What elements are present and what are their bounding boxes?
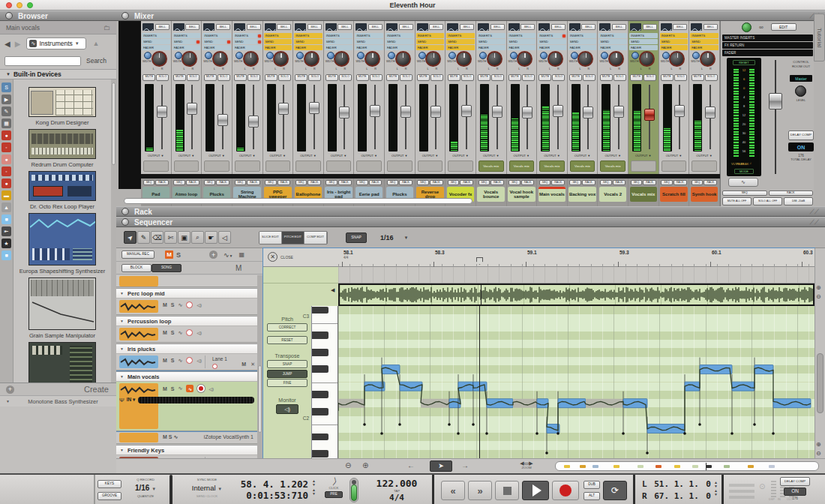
- browser-location-bar[interactable]: Main vocals 🗀: [0, 21, 116, 34]
- output-bus-box[interactable]: [448, 160, 473, 172]
- width-knob[interactable]: [388, 52, 395, 59]
- click-level-fader[interactable]: [350, 478, 358, 502]
- mute-indicator[interactable]: M: [165, 250, 173, 259]
- send-row[interactable]: SEND: [386, 39, 414, 44]
- seq-focus-button[interactable]: SEQ: [631, 180, 642, 185]
- solo-button[interactable]: SOLO: [308, 74, 321, 81]
- bell-button[interactable]: BELL: [520, 24, 535, 30]
- inserts-row[interactable]: INSERTS: [568, 33, 597, 38]
- track-name-bar[interactable]: ▼Iris plucks: [116, 344, 258, 354]
- speaker-tool[interactable]: ◁: [218, 231, 231, 244]
- selection-tool[interactable]: ➤: [124, 231, 136, 244]
- solo-button[interactable]: SOLO: [552, 74, 565, 81]
- device-thumbnail[interactable]: [28, 87, 96, 117]
- output-label[interactable]: OUTPUT ▼: [202, 154, 231, 160]
- pan-knob[interactable]: [456, 51, 472, 67]
- send-row[interactable]: SEND: [355, 39, 383, 44]
- mute-button[interactable]: MUTE: [265, 74, 278, 81]
- mute-button[interactable]: MUTE: [386, 74, 399, 81]
- rack-focus-button[interactable]: RACK: [308, 180, 321, 185]
- mixer-collapse-button[interactable]: [122, 12, 129, 20]
- output-bus-box[interactable]: [356, 160, 382, 172]
- black-key[interactable]: [312, 349, 328, 356]
- browser-filter-icon[interactable]: ⇤: [2, 226, 11, 236]
- nav-back-icon[interactable]: ◀: [4, 40, 10, 48]
- send-row[interactable]: SEND: [508, 39, 536, 44]
- mute-button[interactable]: MUTE: [295, 74, 308, 81]
- black-key[interactable]: [312, 408, 328, 416]
- track-mute-button[interactable]: M: [163, 302, 167, 308]
- solo-button[interactable]: SOLO: [522, 74, 535, 81]
- send-row[interactable]: SEND: [325, 39, 353, 44]
- output-label[interactable]: OUTPUT ▼: [294, 154, 322, 160]
- bell-button[interactable]: BELL: [277, 24, 291, 30]
- editor-ruler[interactable]: ✕ CLOSE 58.14/458.359.159.360.160.3: [263, 248, 814, 267]
- output-label[interactable]: OUTPUT ▼: [325, 154, 353, 160]
- lane-close-icon[interactable]: ✕: [250, 362, 255, 368]
- black-key[interactable]: [312, 450, 328, 458]
- channel-fader[interactable]: [492, 106, 502, 118]
- channel-name-tag[interactable]: Vocal hook sample: [508, 187, 535, 202]
- follow-left-icon[interactable]: ←: [407, 461, 415, 470]
- snap-value-dropdown[interactable]: 1/16: [380, 234, 394, 242]
- bell-button[interactable]: BELL: [216, 24, 230, 30]
- fader-row[interactable]: FADER: [294, 45, 322, 50]
- channel-name-tag[interactable]: Vocals bounce: [477, 187, 504, 202]
- pan-knob[interactable]: [212, 51, 228, 67]
- rack-focus-button[interactable]: RACK: [369, 180, 382, 185]
- fader-row[interactable]: FADER: [598, 45, 627, 50]
- browser-filter-icon[interactable]: ▬: [2, 190, 11, 200]
- mute-button[interactable]: MUTE: [569, 74, 582, 81]
- pan-knob[interactable]: [152, 51, 167, 67]
- inserts-row[interactable]: INSERTS: [598, 33, 627, 38]
- mute-button[interactable]: MUTE: [142, 74, 155, 81]
- fader-row[interactable]: FADER: [660, 45, 688, 50]
- q-record-label[interactable]: Q RECORD: [126, 478, 165, 482]
- channel-fader[interactable]: [705, 106, 716, 118]
- rack-focus-button[interactable]: RACK: [551, 180, 565, 185]
- seq-focus-button[interactable]: SEQ: [478, 180, 490, 185]
- create-row[interactable]: + Create: [0, 382, 116, 395]
- inserts-row[interactable]: INSERTS: [294, 33, 322, 38]
- rack-focus-button[interactable]: RACK: [216, 180, 230, 185]
- track-solo-button[interactable]: S: [171, 302, 175, 308]
- solo-button[interactable]: SOLO: [430, 74, 443, 81]
- mute-button[interactable]: MUTE: [204, 74, 217, 81]
- browser-filter-icon[interactable]: ●: [2, 178, 11, 188]
- monitor-icon[interactable]: ◁): [196, 330, 202, 335]
- output-label[interactable]: OUTPUT ▼: [629, 154, 658, 160]
- pan-knob[interactable]: [395, 51, 411, 67]
- fader-row[interactable]: FADER: [264, 45, 292, 50]
- record-arm-icon[interactable]: [186, 302, 193, 308]
- triangle-down-icon[interactable]: ▼: [120, 374, 124, 379]
- bell-button[interactable]: BELL: [247, 24, 261, 30]
- browser-collapse-button[interactable]: [5, 12, 13, 20]
- vu-reset-button[interactable]: RESET: [733, 60, 755, 65]
- width-knob[interactable]: [144, 52, 152, 59]
- keys-button[interactable]: KEYS: [98, 480, 122, 488]
- track-row[interactable]: ▼Main vocalsMS∿∿◁)ΨIN ▾: [116, 371, 258, 431]
- track-name-bar[interactable]: ▼Percussion loop: [116, 316, 258, 326]
- hand-tool[interactable]: ☛: [205, 231, 218, 244]
- sequencer-collapse-button[interactable]: [122, 218, 129, 226]
- pan-knob[interactable]: [639, 51, 655, 67]
- send-clock-label[interactable]: SEND CLOCK: [184, 494, 230, 498]
- rack-focus-button[interactable]: RACK: [460, 180, 473, 185]
- output-bus-box[interactable]: [296, 160, 321, 172]
- solo-button[interactable]: SOLO: [278, 74, 291, 81]
- output-bus-box[interactable]: [266, 160, 291, 172]
- zoom-out-icon[interactable]: ⊖: [816, 450, 821, 457]
- browser-filter-icon[interactable]: ●: [2, 154, 11, 164]
- solo-button[interactable]: SOLO: [614, 74, 626, 81]
- track-device-icon[interactable]: [119, 383, 158, 429]
- inserts-row[interactable]: INSERTS: [386, 33, 414, 38]
- solo-button[interactable]: SOLO: [248, 74, 260, 81]
- bell-button[interactable]: BELL: [581, 24, 596, 30]
- minimize-window-button[interactable]: [16, 2, 22, 8]
- pencil-tool[interactable]: ✎: [137, 231, 150, 244]
- search-input[interactable]: [4, 56, 81, 66]
- browser-filter-icon[interactable]: S: [2, 82, 11, 92]
- track-row[interactable]: M S ∿iZotope VocalSynth 1: [116, 432, 258, 444]
- bell-button[interactable]: BELL: [643, 24, 657, 30]
- bell-button[interactable]: BELL: [338, 24, 352, 30]
